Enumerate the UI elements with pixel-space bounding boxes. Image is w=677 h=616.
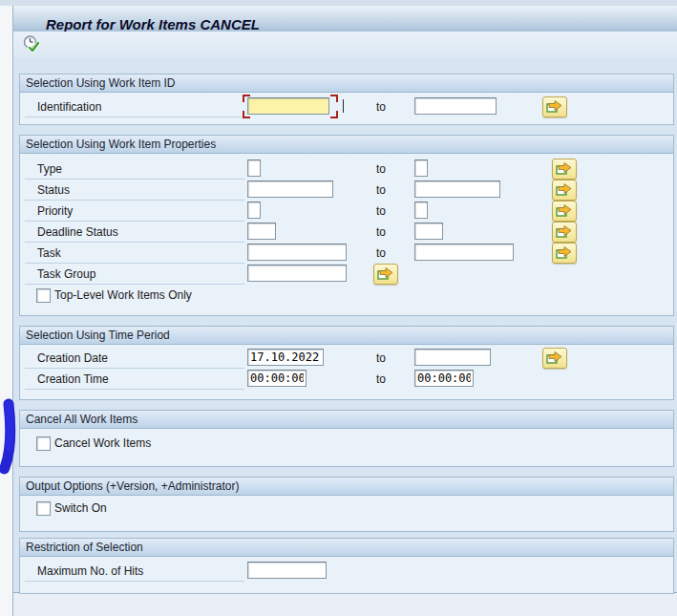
section-output-options: Output Options (+Version, +Administrator… bbox=[19, 477, 674, 532]
priority-row: Priority to bbox=[20, 201, 673, 222]
to-label: to bbox=[376, 204, 386, 218]
section-time-period: Selection Using Time Period Creation Dat… bbox=[19, 326, 674, 400]
max-hits-row: Maximum No. of Hits bbox=[20, 561, 673, 582]
task-group-row: Task Group bbox=[20, 264, 673, 285]
section-header: Cancel All Work Items bbox=[20, 411, 673, 429]
left-gutter bbox=[0, 6, 13, 616]
max-hits-input[interactable] bbox=[247, 562, 327, 579]
multi-select-arrow-icon bbox=[556, 164, 573, 179]
section-header: Restriction of Selection bbox=[20, 539, 673, 557]
section-work-item-properties: Selection Using Work Item Properties Typ… bbox=[19, 135, 674, 316]
multi-select-arrow-icon bbox=[556, 206, 573, 221]
multi-select-arrow-icon bbox=[546, 353, 563, 368]
identification-row: Identification to bbox=[20, 96, 673, 117]
type-label: Type bbox=[37, 162, 62, 176]
to-label: to bbox=[376, 372, 386, 386]
identification-to-input[interactable] bbox=[414, 97, 497, 115]
creation-date-label: Creation Date bbox=[37, 351, 108, 365]
creation-time-row: Creation Time to bbox=[20, 369, 673, 390]
execute-button[interactable] bbox=[22, 34, 43, 54]
to-label: to bbox=[376, 246, 386, 260]
status-from-input[interactable] bbox=[247, 181, 333, 198]
priority-label: Priority bbox=[37, 204, 73, 218]
max-hits-label: Maximum No. of Hits bbox=[37, 564, 143, 578]
task-group-multi-select-button[interactable] bbox=[373, 264, 398, 285]
type-multi-select-button[interactable] bbox=[552, 159, 577, 180]
to-label: to bbox=[376, 183, 386, 197]
to-label: to bbox=[376, 100, 386, 114]
deadline-status-row: Deadline Status to bbox=[20, 222, 673, 243]
section-header: Selection Using Work Item ID bbox=[20, 74, 673, 93]
page-title: Report for Work Items CANCEL bbox=[46, 16, 260, 32]
identification-label: Identification bbox=[37, 100, 101, 114]
status-multi-select-button[interactable] bbox=[552, 180, 577, 201]
creation-date-to-input[interactable] bbox=[414, 349, 491, 366]
section-header: Selection Using Time Period bbox=[20, 327, 673, 345]
task-multi-select-button[interactable] bbox=[552, 243, 577, 264]
text-cursor bbox=[343, 99, 344, 113]
multi-select-arrow-icon bbox=[556, 248, 573, 263]
title-bar: Report for Work Items CANCEL bbox=[13, 6, 677, 32]
task-label: Task bbox=[37, 246, 61, 260]
task-group-input[interactable] bbox=[247, 265, 347, 282]
section-restriction: Restriction of Selection Maximum No. of … bbox=[19, 538, 674, 594]
label-underline bbox=[25, 117, 244, 117]
creation-time-label: Creation Time bbox=[37, 372, 109, 386]
sap-selection-screen: Report for Work Items CANCEL Selection U… bbox=[0, 0, 677, 616]
deadline-status-label: Deadline Status bbox=[37, 225, 118, 239]
task-from-input[interactable] bbox=[247, 244, 347, 261]
deadline-status-to-input[interactable] bbox=[414, 223, 443, 240]
multi-select-arrow-icon bbox=[556, 185, 573, 200]
cancel-work-items-label: Cancel Work Items bbox=[54, 436, 151, 450]
multi-select-arrow-icon bbox=[556, 227, 573, 242]
task-to-input[interactable] bbox=[414, 244, 514, 261]
to-label: to bbox=[376, 225, 386, 239]
switch-on-checkbox[interactable] bbox=[36, 501, 51, 516]
status-label: Status bbox=[37, 183, 70, 197]
creation-time-from-input[interactable] bbox=[247, 370, 307, 387]
creation-date-row: Creation Date to bbox=[20, 348, 673, 369]
cancel-work-items-checkbox[interactable] bbox=[36, 436, 51, 451]
multi-select-arrow-icon bbox=[377, 269, 394, 284]
top-level-checkbox[interactable] bbox=[36, 288, 51, 303]
task-row: Task to bbox=[20, 243, 673, 264]
section-header: Selection Using Work Item Properties bbox=[20, 136, 673, 154]
deadline-status-from-input[interactable] bbox=[247, 223, 276, 240]
type-from-input[interactable] bbox=[247, 159, 261, 177]
multi-select-arrow-icon bbox=[546, 102, 563, 117]
section-header: Output Options (+Version, +Administrator… bbox=[20, 478, 673, 496]
identification-multi-select-button[interactable] bbox=[542, 96, 567, 117]
section-cancel-all: Cancel All Work Items Cancel Work Items bbox=[19, 410, 674, 467]
creation-time-to-input[interactable] bbox=[414, 370, 474, 387]
section-work-item-id: Selection Using Work Item ID Identificat… bbox=[19, 74, 674, 125]
application-toolbar bbox=[13, 32, 677, 58]
creation-date-multi-select-button[interactable] bbox=[542, 348, 567, 369]
to-label: to bbox=[376, 351, 386, 365]
type-row: Type to bbox=[20, 159, 673, 180]
execute-clock-check-icon bbox=[22, 43, 43, 57]
priority-to-input[interactable] bbox=[414, 202, 428, 219]
creation-date-from-input[interactable] bbox=[247, 349, 324, 366]
to-label: to bbox=[376, 162, 386, 176]
priority-from-input[interactable] bbox=[247, 202, 261, 219]
footer-area bbox=[13, 593, 677, 616]
switch-on-label: Switch On bbox=[54, 501, 107, 515]
deadline-status-multi-select-button[interactable] bbox=[552, 222, 577, 243]
status-row: Status to bbox=[20, 180, 673, 201]
task-group-label: Task Group bbox=[37, 267, 95, 281]
identification-from-input[interactable] bbox=[247, 97, 329, 115]
type-to-input[interactable] bbox=[414, 159, 428, 177]
status-to-input[interactable] bbox=[414, 181, 500, 198]
priority-multi-select-button[interactable] bbox=[552, 201, 577, 222]
top-level-checkbox-label: Top-Level Work Items Only bbox=[54, 288, 192, 302]
